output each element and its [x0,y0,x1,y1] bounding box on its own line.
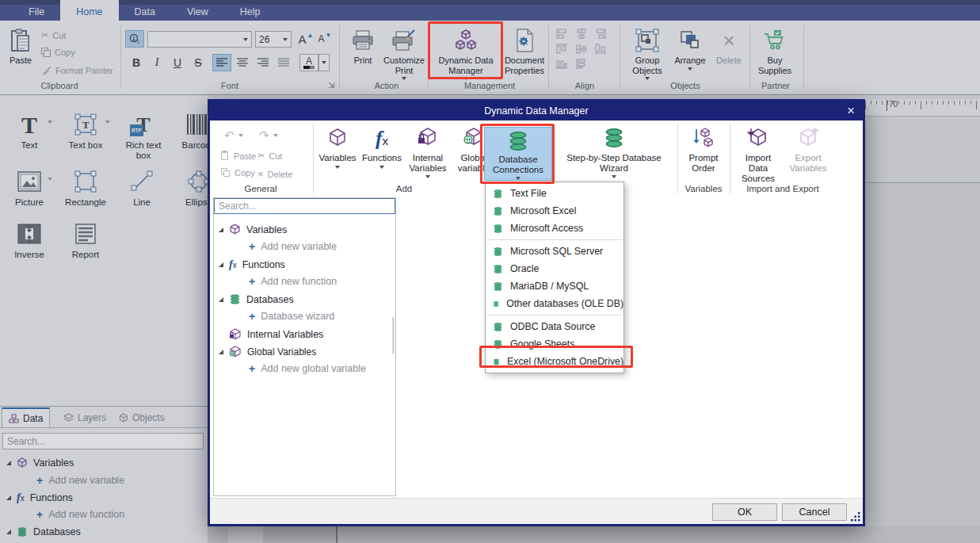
dialog-copy-button[interactable]: Copy [221,168,255,178]
add-group-label: Add [360,184,448,193]
chevron-down-icon [379,166,384,169]
chevron-down-icon [335,166,340,169]
cube-lock-icon [229,328,242,340]
cube-globe-icon [229,346,242,358]
menu-item-ole-db[interactable]: Other databases (OLE DB) [486,295,623,312]
redo-button[interactable]: ↷ [259,128,278,143]
cube-icon [229,224,241,235]
database-icon [493,264,503,274]
dialog-cut-button[interactable]: ✂Cut [257,151,282,161]
database-icon [493,299,499,309]
cube-export-icon [796,125,820,151]
menu-item-microsoft-access[interactable]: Microsoft Access [486,220,623,237]
undo-button[interactable]: ↶ [224,128,243,143]
dlg-tree-functions[interactable]: fx Functions [219,258,285,271]
undo-icon: ↶ [224,128,235,143]
dialog-separator [313,124,314,193]
menu-item-odbc[interactable]: ODBC Data Source [486,318,623,335]
chevron-down-icon [425,175,430,178]
cube-lock-icon [417,125,439,151]
annotation-box-excel-onedrive [479,346,633,368]
dlg-tree-global-variables[interactable]: Global Variables [219,346,316,358]
dialog-title-bar[interactable]: Dynamic Data Manager × [210,101,863,120]
database-connections-menu: Text File Microsoft Excel Microsoft Acce… [485,182,624,373]
database-icon [493,247,503,257]
menu-item-text-file[interactable]: Text File [486,185,623,202]
fx-icon: fx [229,258,237,271]
dialog-separator [677,124,678,193]
dlg-tree-add-new-function[interactable]: +Add new function [249,276,337,287]
paste-icon [221,151,230,161]
database-icon [493,189,503,199]
chevron-down-icon [612,175,616,178]
copy-icon [221,168,231,178]
tree-scrollbar[interactable] [392,317,395,354]
scissors-icon: ✂ [257,151,265,161]
database-icon [493,322,503,332]
dlg-tree-database-wizard[interactable]: +Database wizard [249,311,334,322]
import-data-sources-button[interactable]: Import Data Sources [734,125,782,184]
ok-button[interactable]: OK [712,503,777,521]
dlg-tree-variables[interactable]: Variables [219,224,287,235]
export-variables-button[interactable]: Export Variables [785,125,831,174]
dialog-footer: OK Cancel [210,498,863,524]
cube-import-icon [746,125,770,151]
cancel-button[interactable]: Cancel [782,503,847,521]
cube-icon [327,125,348,151]
general-group-label: General [221,184,300,193]
menu-item-sql-server[interactable]: Microsoft SQL Server [486,243,623,260]
menu-item-mariadb-mysql[interactable]: MariaDB / MySQL [486,277,623,295]
resize-grip[interactable] [851,512,860,522]
annotation-box-database-connections [480,124,555,184]
database-icon [493,281,503,292]
expander-icon[interactable] [219,228,223,232]
dialog-search-input[interactable] [214,198,395,214]
dialog-delete-button[interactable]: ×Delete [257,168,292,180]
database-icon [229,293,241,305]
annotation-box-dynamic-data-manager [428,21,503,79]
redo-icon: ↷ [259,128,269,143]
expander-icon[interactable] [219,350,223,354]
app-window: File Home Data View Help Paste ✂Cut Copy… [0,0,980,543]
dialog-title: Dynamic Data Manager [484,105,588,117]
fx-icon: fx [376,125,388,151]
dlg-tree-add-new-variable[interactable]: +Add new variable [249,241,337,252]
add-internal-variables-button[interactable]: Internal Variables [405,125,451,178]
close-icon[interactable]: × [847,101,855,120]
dlg-tree-add-new-global-variable[interactable]: +Add new global variable [249,363,366,374]
database-icon [604,125,624,151]
dlg-tree-internal-variables[interactable]: Internal Variables [229,328,323,340]
database-icon [493,224,503,234]
menu-item-oracle[interactable]: Oracle [486,260,623,277]
add-functions-button[interactable]: fx Functions [360,125,403,169]
add-variables-button[interactable]: Variables [316,125,359,169]
prompt-order-button[interactable]: Prompt Order [682,125,725,174]
menu-separator [486,315,623,315]
dialog-paste-button[interactable]: Paste [221,151,256,161]
dialog-tree-panel: Variables +Add new variable fx Functions… [213,197,396,496]
prompt-order-icon [692,125,715,151]
menu-item-microsoft-excel[interactable]: Microsoft Excel [486,202,623,220]
database-wizard-button[interactable]: Step-by-Step Database Wizard [555,125,673,178]
delete-x-icon: × [257,168,264,180]
database-icon [493,206,503,216]
expander-icon[interactable] [219,262,223,267]
variables-group-label: Variables [682,184,725,193]
menu-separator [486,239,623,240]
plus-icon: + [249,312,255,321]
dlg-tree-databases[interactable]: Databases [219,293,294,305]
plus-icon: + [249,364,255,373]
plus-icon: + [249,242,255,251]
import-export-group-label: Import and Export [734,184,831,193]
dialog-separator [730,124,730,193]
expander-icon[interactable] [219,297,223,302]
plus-icon: + [249,277,255,286]
